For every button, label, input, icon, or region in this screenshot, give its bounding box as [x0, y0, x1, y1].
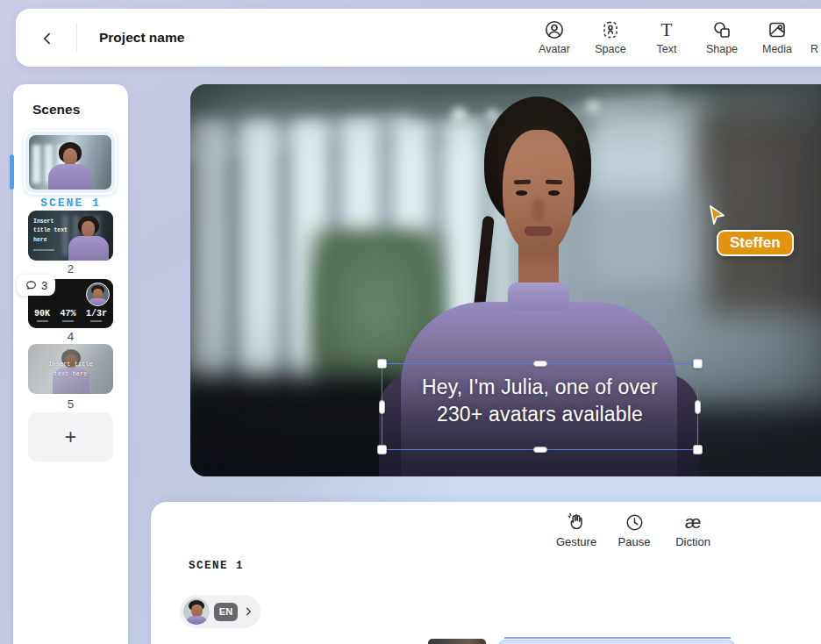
plus-icon: +: [65, 426, 76, 449]
selection-handle-n[interactable]: [533, 361, 547, 367]
tool-label: Media: [751, 43, 803, 55]
project-title[interactable]: Project name: [99, 30, 184, 46]
thumb-title-text: Insert title text here: [39, 360, 102, 379]
stat-caption-bar: [62, 320, 74, 322]
gesture-icon: [547, 511, 605, 533]
scenes-sidebar: Scenes SCENE 1 Insert title text here 2: [13, 84, 128, 644]
tool-label: Text: [640, 43, 693, 55]
stat-value: 90K: [34, 309, 50, 318]
avatar-face: [191, 605, 203, 617]
shape-icon: [696, 18, 748, 41]
collaborator-name-badge: Steffen: [717, 230, 794, 256]
avatar-body: [186, 616, 207, 625]
stat-caption-bar: [37, 320, 48, 322]
comment-highlight-underline: [504, 637, 731, 639]
pause-label: Pause: [605, 535, 663, 548]
stats-avatar: [86, 283, 110, 306]
space-icon: [584, 18, 637, 41]
script-inline-image-fragment: [428, 639, 486, 644]
gesture-button[interactable]: Gesture: [547, 511, 605, 548]
chevron-right-icon[interactable]: [242, 605, 254, 618]
editor-scene-label: SCENE 1: [189, 560, 244, 572]
avatar-body: [48, 164, 92, 190]
add-scene-button[interactable]: +: [28, 412, 113, 462]
tool-shape[interactable]: Shape: [696, 18, 748, 55]
stats-row: 90K 47% 1/3r: [28, 309, 113, 322]
scene-1-preview: [29, 135, 111, 190]
stat-caption-bar: [90, 320, 102, 322]
scene-2-label: 2: [13, 262, 128, 275]
back-button[interactable]: [35, 26, 60, 51]
thumb-title-text: Insert title text here: [33, 218, 74, 245]
comment-count: 3: [41, 279, 47, 292]
topbar-divider: [76, 23, 77, 53]
comment-highlight-pill[interactable]: [498, 640, 735, 644]
chevron-left-icon: [39, 30, 56, 47]
language-badge[interactable]: EN: [214, 603, 238, 621]
gesture-label: Gesture: [547, 535, 605, 548]
avatar-face: [82, 221, 95, 237]
collaborator-cursor: Steffen: [706, 204, 729, 228]
app-window: Project name Avatar Space T Text Shape: [0, 0, 821, 644]
pause-button[interactable]: Pause: [605, 511, 663, 548]
selection-handle-w[interactable]: [379, 400, 385, 414]
scene-thumbnail-4[interactable]: Insert title text here: [28, 344, 113, 394]
scene-thumbnail-1[interactable]: [24, 130, 117, 195]
top-toolbar: Project name Avatar Space T Text Shape: [16, 9, 821, 67]
scene-thumbnail-2[interactable]: Insert title text here: [28, 211, 113, 261]
caption-line-2: 230+ avatars available: [382, 403, 697, 426]
stat-item: 47%: [60, 309, 75, 322]
scenes-heading: Scenes: [32, 102, 80, 118]
tool-partial[interactable]: R: [803, 18, 821, 55]
tool-label: Shape: [696, 43, 748, 55]
avatar-photo: [183, 598, 210, 625]
tool-text[interactable]: T Text: [640, 18, 693, 55]
stat-value: 1/3r: [86, 309, 107, 318]
tool-media[interactable]: Media: [751, 18, 803, 55]
scene-3-label: 4: [13, 330, 128, 343]
pause-clock-icon: [605, 511, 663, 533]
tool-label: Space: [584, 43, 637, 55]
caption-line-1: Hey, I'm Julia, one of over: [382, 376, 697, 399]
diction-button[interactable]: æ Diction: [664, 511, 722, 548]
media-icon: [751, 18, 803, 41]
avatar-icon: [528, 18, 581, 41]
caption-text-element[interactable]: Hey, I'm Julia, one of over 230+ avatars…: [382, 363, 698, 450]
selection-handle-e[interactable]: [695, 400, 701, 414]
diction-label: Diction: [664, 535, 722, 548]
selection-handle-sw[interactable]: [377, 445, 387, 454]
scene-4-label: 5: [13, 397, 128, 411]
avatar-face: [63, 148, 77, 166]
stat-item: 1/3r: [86, 309, 107, 322]
stat-value: 47%: [60, 309, 75, 318]
tool-label: R: [803, 43, 821, 55]
comment-badge[interactable]: 3: [17, 275, 55, 296]
stat-item: 90K: [34, 309, 50, 322]
selection-handle-se[interactable]: [693, 445, 703, 454]
diction-icon: æ: [664, 511, 722, 533]
avatar-body: [68, 236, 109, 261]
text-icon: T: [640, 18, 693, 41]
tool-avatar[interactable]: Avatar: [528, 18, 581, 55]
comment-icon: [25, 279, 38, 292]
thumb-subtext-bar: [33, 249, 54, 251]
cursor-arrow-icon: [706, 204, 729, 228]
avatar-language-pill[interactable]: EN: [180, 595, 261, 628]
scene-1-label: SCENE 1: [13, 197, 128, 210]
script-editor-panel: Gesture Pause æ Diction SCENE 1 EN: [151, 502, 821, 644]
selection-handle-ne[interactable]: [693, 359, 703, 369]
avatar-body: [89, 298, 107, 305]
video-canvas[interactable]: Hey, I'm Julia, one of over 230+ avatars…: [190, 84, 821, 476]
tool-space[interactable]: Space: [584, 18, 637, 55]
selection-handle-s[interactable]: [533, 447, 547, 453]
tool-label: Avatar: [528, 43, 581, 55]
selected-scene-indicator: [10, 154, 14, 190]
selection-handle-nw[interactable]: [377, 359, 387, 369]
